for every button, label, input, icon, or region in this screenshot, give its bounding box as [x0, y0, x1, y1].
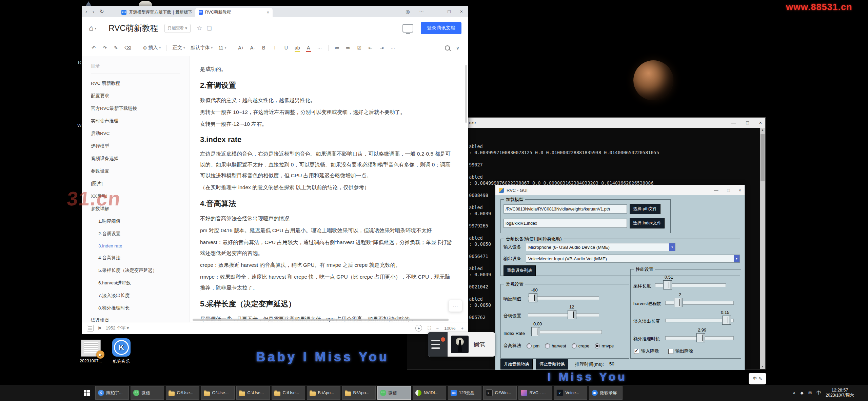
select-index-button[interactable]: 选择.index文件 [630, 218, 665, 228]
back-icon[interactable]: ‹ [85, 9, 87, 15]
indent-decrease-icon[interactable]: ⇤ [368, 45, 373, 51]
outline-item[interactable]: 启动RVC [91, 131, 190, 137]
undo-icon[interactable]: ↶ [91, 45, 96, 51]
taskbar-item[interactable]: RVC - ... [518, 386, 552, 400]
underline-icon[interactable]: U [283, 45, 289, 51]
rvc-maximize-button[interactable]: □ [727, 188, 730, 193]
outline-item[interactable]: 错误排查 [91, 318, 190, 322]
outline-item[interactable]: 8.额外推理时长 [91, 305, 190, 311]
window-maximize-button[interactable]: □ [448, 9, 450, 14]
slider-handle[interactable] [531, 327, 540, 336]
combo-arrow-icon[interactable]: ▼ [734, 255, 739, 262]
star-icon[interactable]: ☆ [197, 24, 202, 32]
ime-language-indicator[interactable]: 中 [753, 376, 757, 382]
zoom-level[interactable]: 100% [444, 326, 455, 331]
outline-toggle-icon[interactable] [87, 325, 94, 332]
checklist-icon[interactable]: ☑ [357, 45, 362, 51]
combo-arrow-icon[interactable]: ▼ [669, 243, 675, 251]
f0-radio-option[interactable]: pm [527, 343, 539, 348]
present-play-icon[interactable]: ▶ [415, 325, 422, 332]
input-device-select[interactable]: Microphone (6- USB Audio Device (MME) ▼ [526, 243, 675, 251]
start-conversion-button[interactable]: 开始音频转换 [500, 359, 533, 369]
browser-tab-rvc-tutorial[interactable]: RVC萌新教程 × [195, 8, 273, 17]
paragraph-style-dropdown[interactable]: 正文 ▾ [173, 45, 185, 51]
window-close-button[interactable]: × [460, 9, 463, 14]
outline-item[interactable]: 参数设置 [91, 168, 190, 174]
tray-icon[interactable]: ✉ [808, 390, 812, 395]
f0-radio-option[interactable]: crepe [572, 343, 590, 348]
chevron-down-icon[interactable]: ▾ [95, 26, 96, 30]
select-pth-button[interactable]: 选择.pth文件 [630, 204, 660, 214]
outline-item[interactable]: 4.音高算法 [91, 255, 190, 261]
toolbar-collapse-icon[interactable]: ∨ [456, 45, 459, 51]
outline-item[interactable]: 3.index rate [91, 243, 190, 248]
console-scrollbar[interactable]: ▲ ▼ [760, 128, 765, 369]
taskbar-item[interactable]: 微信 [131, 386, 164, 400]
taskbar-item[interactable]: C:\Win... [483, 386, 517, 400]
pth-path-input[interactable]: /RVC0813Nvidia/RVC0813Nvidia/weights/ker… [504, 204, 627, 214]
outline-item[interactable]: 5.采样长度（决定变声延迟） [91, 267, 190, 274]
forward-icon[interactable]: › [93, 9, 94, 15]
taskbar-item[interactable]: 123云盘 [448, 386, 481, 400]
scroll-down-icon[interactable]: ▼ [760, 364, 765, 369]
console-minimize-button[interactable]: — [731, 120, 736, 125]
start-button[interactable] [79, 385, 94, 401]
outline-item[interactable]: 7.淡入淡出长度 [91, 293, 190, 299]
redo-icon[interactable]: ↷ [102, 45, 107, 51]
rvc-titlebar[interactable]: RVC - GUI — □ × [495, 185, 745, 195]
login-button[interactable]: 登录腾讯文档 [421, 22, 461, 34]
bold-icon[interactable]: B [261, 45, 267, 51]
font-enlarge-icon[interactable]: A+ [238, 45, 244, 51]
outline-item[interactable]: [图片] [91, 181, 190, 187]
outline-item[interactable]: 1.响应阈值 [91, 218, 190, 224]
radio-icon[interactable] [595, 343, 600, 348]
format-painter-icon[interactable]: ✎ [113, 45, 119, 51]
slider-handle[interactable] [722, 316, 731, 325]
index-rate-slider[interactable] [531, 330, 602, 334]
zoom-in-button[interactable]: + [461, 326, 463, 331]
rvc-close-button[interactable]: × [738, 188, 741, 193]
rvc-minimize-button[interactable]: — [714, 188, 718, 193]
font-color-icon[interactable]: A [306, 45, 311, 51]
taskbar-item[interactable]: C:\Use... [236, 386, 270, 400]
ime-toolbar[interactable]: 中 ✎ [749, 373, 766, 384]
doc-page[interactable]: 是成功的。2.音调设置数值代表的意义：越高越女性化，越低越男性化。男转女一般在 … [190, 56, 468, 322]
taskbar-item[interactable]: 微软录屏 [589, 386, 623, 400]
console-close-button[interactable]: × [759, 120, 762, 125]
window-minimize-button[interactable]: — [433, 9, 438, 14]
f0-radio-option[interactable]: rmvpe [595, 343, 614, 348]
refresh-icon[interactable]: ↻ [100, 8, 104, 15]
taskbar-item[interactable]: B:\Apo... [307, 386, 340, 400]
clear-format-icon[interactable]: ⌫ [124, 45, 131, 51]
index-path-input[interactable]: logs/kikiV1.index [504, 219, 627, 228]
outline-item[interactable]: 选择模型 [91, 143, 190, 149]
show-desktop-button[interactable] [861, 385, 864, 401]
slider-handle[interactable] [696, 333, 705, 342]
outline-item[interactable]: 官方RVC最新下载链接 [91, 105, 190, 112]
input-denoise-checkbox[interactable]: 输入降噪 [634, 348, 659, 354]
ime-indicator[interactable]: 中 [816, 390, 821, 396]
radio-icon[interactable] [527, 343, 532, 348]
slider-handle[interactable] [674, 298, 683, 307]
outline-item[interactable]: 实时变声推理 [91, 118, 190, 124]
italic-icon[interactable]: I [272, 45, 278, 51]
desktop-icon-video-file[interactable]: 20231007... [74, 340, 108, 363]
bullet-list-icon[interactable]: ≔ [334, 45, 340, 51]
slider-handle[interactable] [568, 310, 576, 319]
slider-handle[interactable] [529, 293, 537, 302]
present-mode-icon[interactable] [402, 24, 413, 33]
threshold-slider[interactable] [528, 296, 599, 300]
reload-devices-button[interactable]: 重载设备列表 [504, 265, 536, 276]
insert-button[interactable]: ⊕ 插入 ▾ [143, 45, 161, 51]
tab-close-icon[interactable]: × [267, 10, 269, 15]
pen-icon[interactable]: ✎ [758, 376, 762, 381]
outline-item[interactable]: RVC 萌新教程 [91, 80, 190, 86]
taskbar-item[interactable]: NVIDI... [413, 386, 446, 400]
permission-badge[interactable]: 只能查看 ▾ [164, 24, 191, 33]
output-denoise-checkbox[interactable]: 输出降噪 [668, 348, 693, 354]
word-count[interactable]: 1952 个字 ▾ [106, 325, 129, 331]
new-doc-icon[interactable]: ❏ [207, 25, 212, 32]
font-dropdown[interactable]: 默认字体 ▾ [191, 45, 213, 51]
browser-menu-icon[interactable]: ⋯ [419, 9, 424, 14]
hidden-icons-chevron[interactable]: ∧ [793, 390, 796, 395]
